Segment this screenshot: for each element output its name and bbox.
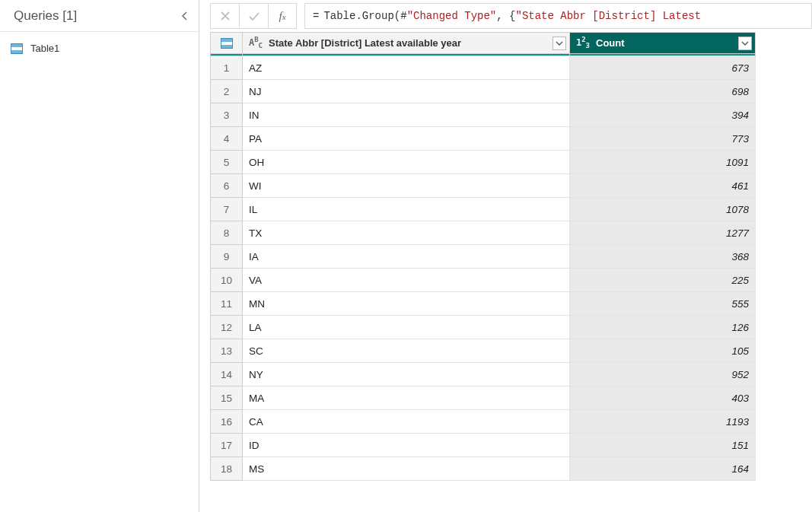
row-number: 10 xyxy=(211,269,243,292)
row-number: 13 xyxy=(211,339,243,363)
cell-state[interactable]: MN xyxy=(243,292,570,316)
table-row[interactable]: 4PA773 xyxy=(211,127,756,151)
cell-count[interactable]: 403 xyxy=(570,386,756,410)
row-number: 8 xyxy=(211,221,243,245)
table-corner-button[interactable] xyxy=(211,33,243,54)
table-row[interactable]: 5OH1091 xyxy=(211,151,756,174)
collapse-pane-icon[interactable] xyxy=(179,10,191,22)
row-number: 16 xyxy=(211,410,243,434)
cell-count[interactable]: 1078 xyxy=(570,198,756,221)
cell-state[interactable]: MS xyxy=(243,457,570,481)
text-type-icon: ABC xyxy=(247,36,264,49)
formula-sep: , { xyxy=(496,10,515,22)
cell-state[interactable]: LA xyxy=(243,316,570,339)
table-icon xyxy=(11,43,23,54)
confirm-formula-button[interactable] xyxy=(239,3,268,29)
table-row[interactable]: 14NY952 xyxy=(211,363,756,386)
cell-count[interactable]: 952 xyxy=(570,363,756,386)
cell-state[interactable]: VA xyxy=(243,269,570,292)
table-row[interactable]: 10VA225 xyxy=(211,269,756,292)
cell-state[interactable]: SC xyxy=(243,339,570,363)
queries-header: Queries [1] xyxy=(0,0,199,32)
cell-count[interactable]: 105 xyxy=(570,339,756,363)
table-row[interactable]: 15MA403 xyxy=(211,386,756,410)
row-number: 6 xyxy=(211,174,243,198)
cell-state[interactable]: CA xyxy=(243,410,570,434)
row-number: 9 xyxy=(211,245,243,269)
cell-count[interactable]: 673 xyxy=(570,56,756,80)
cell-state[interactable]: MA xyxy=(243,386,570,410)
check-icon xyxy=(248,11,260,21)
cell-count[interactable]: 773 xyxy=(570,127,756,151)
column-name: State Abbr [District] Latest available y… xyxy=(269,37,548,49)
cell-count[interactable]: 698 xyxy=(570,80,756,103)
table-scroll[interactable]: ABC State Abbr [District] Latest availab… xyxy=(199,32,812,512)
table-row[interactable]: 1AZ673 xyxy=(211,56,756,80)
cell-state[interactable]: ID xyxy=(243,434,570,457)
cell-count[interactable]: 368 xyxy=(570,245,756,269)
cell-count[interactable]: 164 xyxy=(570,457,756,481)
column-header-state[interactable]: ABC State Abbr [District] Latest availab… xyxy=(243,33,570,54)
filter-dropdown-button[interactable] xyxy=(552,37,566,50)
formula-eq: = xyxy=(313,10,319,22)
row-number: 12 xyxy=(211,316,243,339)
cell-state[interactable]: OH xyxy=(243,151,570,174)
formula-input[interactable]: = Table.Group(#"Changed Type", {"State A… xyxy=(304,3,812,29)
cell-state[interactable]: IN xyxy=(243,103,570,127)
cell-count[interactable]: 1193 xyxy=(570,410,756,434)
cancel-formula-button[interactable] xyxy=(210,3,239,29)
cell-count[interactable]: 1277 xyxy=(570,221,756,245)
column-header-count[interactable]: 123 Count xyxy=(570,33,756,54)
cell-state[interactable]: NJ xyxy=(243,80,570,103)
cell-count[interactable]: 225 xyxy=(570,269,756,292)
cell-count[interactable]: 555 xyxy=(570,292,756,316)
formula-str2: "State Abbr [District] Latest xyxy=(515,10,701,22)
table-row[interactable]: 8TX1277 xyxy=(211,221,756,245)
table-row[interactable]: 13SC105 xyxy=(211,339,756,363)
queries-title: Queries [1] xyxy=(14,8,77,24)
cell-state[interactable]: PA xyxy=(243,127,570,151)
table-row[interactable]: 11MN555 xyxy=(211,292,756,316)
formula-str1: "Changed Type" xyxy=(407,10,497,22)
table-row[interactable]: 16CA1193 xyxy=(211,410,756,434)
filter-dropdown-button[interactable] xyxy=(738,37,752,50)
table-row[interactable]: 2NJ698 xyxy=(211,80,756,103)
cell-count[interactable]: 461 xyxy=(570,174,756,198)
column-name: Count xyxy=(596,37,734,49)
x-icon xyxy=(220,11,231,21)
table-row[interactable]: 6WI461 xyxy=(211,174,756,198)
table-row[interactable]: 12LA126 xyxy=(211,316,756,339)
cell-count[interactable]: 394 xyxy=(570,103,756,127)
cell-state[interactable]: IA xyxy=(243,245,570,269)
queries-list: Table1 xyxy=(0,32,199,57)
formula-bar: fx = Table.Group(#"Changed Type", {"Stat… xyxy=(199,0,812,32)
row-number: 3 xyxy=(211,103,243,127)
table-row[interactable]: 3IN394 xyxy=(211,103,756,127)
cell-count[interactable]: 1091 xyxy=(570,151,756,174)
row-number: 5 xyxy=(211,151,243,174)
cell-state[interactable]: IL xyxy=(243,198,570,221)
table-row[interactable]: 18MS164 xyxy=(211,457,756,481)
row-number: 17 xyxy=(211,434,243,457)
row-number: 7 xyxy=(211,198,243,221)
table-row[interactable]: 17ID151 xyxy=(211,434,756,457)
cell-count[interactable]: 126 xyxy=(570,316,756,339)
row-number: 1 xyxy=(211,56,243,80)
cell-state[interactable]: WI xyxy=(243,174,570,198)
table-row[interactable]: 9IA368 xyxy=(211,245,756,269)
cell-state[interactable]: NY xyxy=(243,363,570,386)
number-type-icon: 123 xyxy=(575,36,591,49)
main-area: fx = Table.Group(#"Changed Type", {"Stat… xyxy=(199,0,812,512)
chevron-down-icon xyxy=(741,40,749,46)
formula-open: (# xyxy=(394,10,407,22)
cell-state[interactable]: AZ xyxy=(243,56,570,80)
table-body: 1AZ6732NJ6983IN3944PA7735OH10916WI4617IL… xyxy=(211,56,756,481)
fx-button[interactable]: fx xyxy=(268,3,297,29)
query-item-table1[interactable]: Table1 xyxy=(0,40,199,57)
row-number: 15 xyxy=(211,386,243,410)
table-row[interactable]: 7IL1078 xyxy=(211,198,756,221)
query-name: Table1 xyxy=(30,43,59,54)
cell-count[interactable]: 151 xyxy=(570,434,756,457)
row-number: 14 xyxy=(211,363,243,386)
cell-state[interactable]: TX xyxy=(243,221,570,245)
